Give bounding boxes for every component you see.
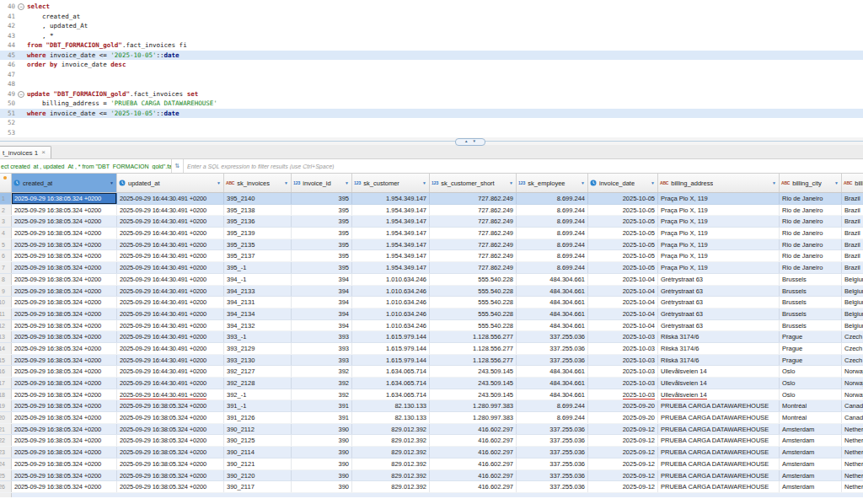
table-row[interactable]: 12025-09-29 16:38:05.324 +02002025-09-29… <box>0 193 863 205</box>
grid-cell[interactable]: 2025-10-04 <box>588 274 658 285</box>
column-dropdown-icon[interactable]: ▼ <box>110 180 115 185</box>
editor-line[interactable]: 48 <box>0 79 863 89</box>
table-row[interactable]: 172025-09-29 16:38:05.324 +02002025-09-2… <box>0 378 863 389</box>
grid-cell[interactable]: 484.304.661 <box>517 308 588 319</box>
grid-cell[interactable]: 484.304.661 <box>517 378 588 389</box>
grid-cell[interactable]: 2025-10-05 <box>588 216 658 227</box>
grid-cell[interactable]: Netherlands <box>842 481 863 492</box>
grid-cell[interactable]: 2025-09-12 <box>588 481 658 492</box>
editor-line[interactable]: 42 , updated_At <box>0 21 863 31</box>
grid-cell[interactable]: 2025-10-05 <box>588 205 658 216</box>
editor-results-splitter[interactable]: ▲ ▼ <box>0 137 863 145</box>
grid-cell[interactable]: 2025-09-29 16:38:05.324 +0200 <box>12 250 117 261</box>
editor-line[interactable]: 52 <box>0 118 863 128</box>
grid-cell[interactable]: 392 <box>292 366 352 377</box>
table-row[interactable]: 102025-09-29 16:38:05.324 +02002025-09-2… <box>0 297 863 308</box>
grid-cell[interactable]: Rio de Janeiro <box>780 216 842 227</box>
editor-line[interactable]: 51where invoice_date <= '2025-10-05'::da… <box>0 109 863 119</box>
grid-cell[interactable]: 2025-09-29 16:38:05.324 +0200 <box>12 378 117 389</box>
grid-cell[interactable]: 2025-09-29 16:44:30.491 +0200 <box>117 389 224 400</box>
grid-cell[interactable]: Netherlands <box>842 435 863 446</box>
grid-cell[interactable]: 2025-09-29 16:38:05.324 +0200 <box>12 343 117 354</box>
editor-line[interactable]: 53 <box>0 128 863 138</box>
grid-cell[interactable]: Netherlands <box>842 458 863 469</box>
grid-cell[interactable]: Rio de Janeiro <box>780 193 842 204</box>
table-row[interactable]: 112025-09-29 16:38:05.324 +02002025-09-2… <box>0 308 863 320</box>
grid-cell[interactable]: 8.699.244 <box>517 400 588 411</box>
grid-cell[interactable]: Norway <box>842 389 863 400</box>
grid-cell[interactable]: Belgium <box>842 320 863 331</box>
grid-cell[interactable]: 2025-09-29 16:38:05.324 +0200 <box>117 447 224 458</box>
grid-cell[interactable]: 243.509.145 <box>430 378 517 389</box>
collapse-up-icon[interactable]: ▲ <box>464 140 468 144</box>
grid-cell[interactable]: 394_2134 <box>224 308 292 319</box>
grid-cell[interactable]: Brazil <box>842 250 863 261</box>
grid-cell[interactable]: Belgium <box>842 286 863 297</box>
grid-cell[interactable]: 392_-1 <box>224 389 292 400</box>
grid-cell[interactable]: 484.304.661 <box>517 274 588 285</box>
column-header-billing_country[interactable]: ABCbilling_country▼ <box>842 174 863 192</box>
grid-cell[interactable]: Rilská 3174/6 <box>658 331 780 342</box>
grid-cell[interactable]: Brazil <box>842 205 863 216</box>
grid-cell[interactable]: 391_2126 <box>224 412 292 423</box>
grid-cell[interactable]: 393 <box>292 355 352 366</box>
grid-cell[interactable]: 416.602.297 <box>430 424 517 435</box>
grid-cell[interactable]: 395_2139 <box>224 228 292 239</box>
column-header-updated_at[interactable]: updated_at▼ <box>117 174 224 192</box>
grid-cell[interactable]: Prague <box>780 331 842 342</box>
grid-cell[interactable]: Praça Pio X, 119 <box>658 193 780 204</box>
grid-cell[interactable]: 2025-09-29 16:38:05.324 +0200 <box>12 424 117 435</box>
grid-cell[interactable]: PRUEBA CARGA DATAWAREHOUSE <box>658 412 780 423</box>
grid-cell[interactable]: 2025-09-29 16:38:05.324 +0200 <box>12 470 117 481</box>
grid-cell[interactable]: 337.255.036 <box>517 458 588 469</box>
grid-cell[interactable]: 1.010.634.246 <box>352 308 430 319</box>
grid-cell[interactable]: 484.304.661 <box>517 297 588 308</box>
grid-cell[interactable]: 2025-09-29 16:38:05.324 +0200 <box>12 481 117 492</box>
grid-cell[interactable]: 829.012.392 <box>352 424 430 435</box>
grid-cell[interactable]: 390_2112 <box>224 424 292 435</box>
grid-cell[interactable]: 391 <box>292 412 352 423</box>
table-row[interactable]: 162025-09-29 16:38:05.324 +02002025-09-2… <box>0 366 863 378</box>
grid-cell[interactable]: 2025-09-29 16:44:30.491 +0200 <box>117 205 224 216</box>
grid-cell[interactable]: 1.128.556.277 <box>430 343 517 354</box>
grid-cell[interactable]: 394_-1 <box>224 274 292 285</box>
grid-cell[interactable]: 2025-10-05 <box>588 228 658 239</box>
grid-cell[interactable]: 1.128.556.277 <box>430 331 517 342</box>
grid-cell[interactable]: 2025-10-03 <box>588 331 658 342</box>
grid-cell[interactable]: 484.304.661 <box>517 366 588 377</box>
grid-cell[interactable]: Rio de Janeiro <box>780 262 842 273</box>
grid-cell[interactable]: 1.954.349.147 <box>352 262 430 273</box>
grid-cell[interactable]: 394 <box>292 320 352 331</box>
grid-cell[interactable]: Praça Pio X, 119 <box>658 239 780 250</box>
grid-cell[interactable]: 392_2127 <box>224 366 292 377</box>
grid-cell[interactable]: 2025-09-29 16:44:30.491 +0200 <box>117 193 224 204</box>
column-dropdown-icon[interactable]: ▼ <box>834 180 839 185</box>
grid-cell[interactable]: 393_2129 <box>224 343 292 354</box>
grid-cell[interactable]: 1.280.997.383 <box>430 400 517 411</box>
grid-cell[interactable]: 2025-09-29 16:38:05.324 +0200 <box>12 412 117 423</box>
grid-cell[interactable]: 390_2125 <box>224 435 292 446</box>
grid-cell[interactable]: 1.010.634.246 <box>352 297 430 308</box>
grid-cell[interactable]: 2025-09-12 <box>588 424 658 435</box>
grid-cell[interactable]: 395 <box>292 228 352 239</box>
grid-cell[interactable]: 1.954.349.147 <box>352 193 430 204</box>
grid-cell[interactable]: 392_2128 <box>224 378 292 389</box>
grid-cell[interactable]: Rilská 3174/6 <box>658 355 780 366</box>
grid-cell[interactable]: 2025-09-29 16:44:30.491 +0200 <box>117 366 224 377</box>
table-row[interactable]: 182025-09-29 16:38:05.324 +02002025-09-2… <box>0 389 863 401</box>
grid-cell[interactable]: 8.699.244 <box>517 216 588 227</box>
grid-cell[interactable]: 829.012.392 <box>352 470 430 481</box>
grid-cell[interactable]: 395_2135 <box>224 239 292 250</box>
grid-cell[interactable]: 2025-10-03 <box>588 378 658 389</box>
grid-cell[interactable]: Oslo <box>780 389 842 400</box>
grid-cell[interactable]: 2025-09-29 16:44:30.491 +0200 <box>117 286 224 297</box>
grid-cell[interactable]: 2025-09-29 16:38:05.324 +0200 <box>12 239 117 250</box>
grid-cell[interactable]: 2025-09-29 16:38:05.324 +0200 <box>117 412 224 423</box>
grid-cell[interactable]: Brussels <box>780 274 842 285</box>
grid-cell[interactable]: Rio de Janeiro <box>780 250 842 261</box>
grid-cell[interactable]: Netherlands <box>842 424 863 435</box>
collapse-down-icon[interactable]: ▼ <box>473 140 476 144</box>
grid-cell[interactable]: Czech Republic <box>842 343 863 354</box>
grid-cell[interactable]: 390_2120 <box>224 470 292 481</box>
column-header-billing_city[interactable]: ABCbilling_city▼ <box>780 174 842 192</box>
